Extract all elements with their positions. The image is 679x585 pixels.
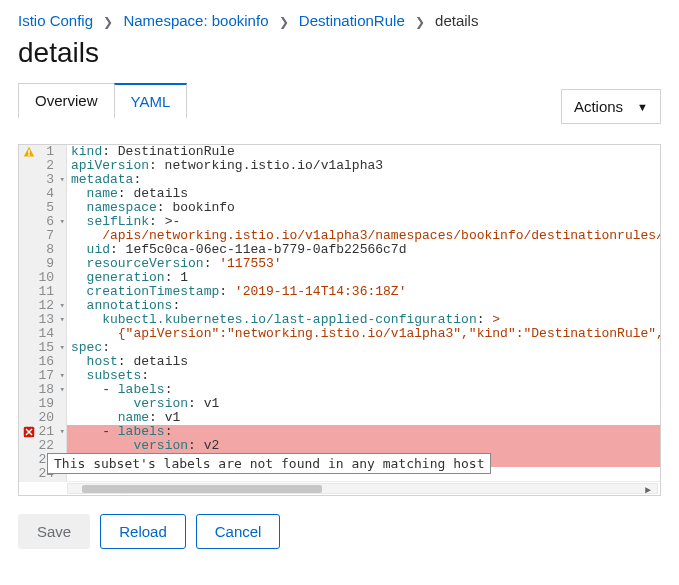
gutter-line: 13▾ xyxy=(19,313,66,327)
gutter-line: 8 xyxy=(19,243,66,257)
code-line[interactable]: uid: 1ef5c0ca-06ec-11ea-b779-0afb22566c7… xyxy=(67,243,660,257)
fold-toggle-icon[interactable]: ▾ xyxy=(60,425,65,439)
editor-code[interactable]: kind: DestinationRuleapiVersion: network… xyxy=(67,145,660,481)
breadcrumb-link-namespace[interactable]: Namespace: bookinfo xyxy=(123,12,268,29)
gutter-line: 22 xyxy=(19,439,66,453)
gutter-line: 12▾ xyxy=(19,299,66,313)
code-line[interactable]: host: details xyxy=(67,355,660,369)
button-row: Save Reload Cancel xyxy=(18,514,661,549)
code-line[interactable]: apiVersion: networking.istio.io/v1alpha3 xyxy=(67,159,660,173)
breadcrumb-current: details xyxy=(435,12,478,29)
code-line[interactable]: subsets: xyxy=(67,369,660,383)
save-button: Save xyxy=(18,514,90,549)
code-line[interactable]: metadata: xyxy=(67,173,660,187)
validation-tooltip: This subset's labels are not found in an… xyxy=(47,453,491,474)
cancel-button[interactable]: Cancel xyxy=(196,514,281,549)
gutter-line: 5 xyxy=(19,201,66,215)
code-line[interactable]: spec: xyxy=(67,341,660,355)
warning-icon xyxy=(23,146,35,158)
editor-gutter: 123▾456▾789101112▾13▾1415▾1617▾18▾192021… xyxy=(19,145,67,481)
fold-toggle-icon[interactable]: ▾ xyxy=(60,215,65,229)
tab-overview[interactable]: Overview xyxy=(18,83,115,118)
code-line[interactable]: name: details xyxy=(67,187,660,201)
code-line[interactable]: - labels: xyxy=(67,425,660,439)
gutter-line: 18▾ xyxy=(19,383,66,397)
gutter-line: 9 xyxy=(19,257,66,271)
tabs: Overview YAML xyxy=(18,83,186,118)
error-icon xyxy=(23,426,35,438)
code-line[interactable]: - labels: xyxy=(67,383,660,397)
editor-horizontal-scrollbar[interactable]: ◄ ► xyxy=(19,481,660,495)
breadcrumb-link-destinationrule[interactable]: DestinationRule xyxy=(299,12,405,29)
gutter-line: 4 xyxy=(19,187,66,201)
scrollbar-thumb[interactable] xyxy=(82,485,322,493)
actions-dropdown-label: Actions xyxy=(574,98,623,115)
caret-down-icon: ▼ xyxy=(637,101,648,113)
code-line[interactable]: kubectl.kubernetes.io/last-applied-confi… xyxy=(67,313,660,327)
fold-toggle-icon[interactable]: ▾ xyxy=(60,299,65,313)
fold-toggle-icon[interactable]: ▾ xyxy=(60,383,65,397)
gutter-line: 21▾ xyxy=(19,425,66,439)
gutter-line: 6▾ xyxy=(19,215,66,229)
code-line[interactable]: generation: 1 xyxy=(67,271,660,285)
gutter-line: 14 xyxy=(19,327,66,341)
code-line[interactable]: creationTimestamp: '2019-11-14T14:36:18Z… xyxy=(67,285,660,299)
gutter-line: 1 xyxy=(19,145,66,159)
fold-toggle-icon[interactable]: ▾ xyxy=(60,341,65,355)
breadcrumb-link-istio-config[interactable]: Istio Config xyxy=(18,12,93,29)
fold-toggle-icon[interactable]: ▾ xyxy=(60,313,65,327)
tab-yaml[interactable]: YAML xyxy=(114,83,188,118)
chevron-right-icon: ❯ xyxy=(103,15,113,29)
code-line[interactable]: kind: DestinationRule xyxy=(67,145,660,159)
code-line[interactable]: annotations: xyxy=(67,299,660,313)
fold-toggle-icon[interactable]: ▾ xyxy=(60,369,65,383)
chevron-right-icon: ❯ xyxy=(415,15,425,29)
code-line[interactable]: resourceVersion: '117553' xyxy=(67,257,660,271)
gutter-line: 17▾ xyxy=(19,369,66,383)
chevron-right-icon: ❯ xyxy=(279,15,289,29)
code-line[interactable]: version: v2 xyxy=(67,439,660,453)
fold-toggle-icon[interactable]: ▾ xyxy=(60,173,65,187)
actions-dropdown[interactable]: Actions ▼ xyxy=(561,89,661,124)
code-line[interactable]: selfLink: >- xyxy=(67,215,660,229)
scroll-right-icon[interactable]: ► xyxy=(642,484,654,496)
reload-button[interactable]: Reload xyxy=(100,514,186,549)
code-line[interactable]: namespace: bookinfo xyxy=(67,201,660,215)
gutter-line: 20 xyxy=(19,411,66,425)
gutter-line: 3▾ xyxy=(19,173,66,187)
gutter-line: 2 xyxy=(19,159,66,173)
gutter-line: 16 xyxy=(19,355,66,369)
gutter-line: 11 xyxy=(19,285,66,299)
svg-rect-1 xyxy=(28,150,30,154)
page-title: details xyxy=(18,37,661,69)
code-line[interactable]: {"apiVersion":"networking.istio.io/v1alp… xyxy=(67,327,660,341)
code-line[interactable]: version: v1 xyxy=(67,397,660,411)
gutter-line: 19 xyxy=(19,397,66,411)
code-line[interactable]: name: v1 xyxy=(67,411,660,425)
svg-rect-2 xyxy=(28,154,30,156)
breadcrumb: Istio Config ❯ Namespace: bookinfo ❯ Des… xyxy=(18,12,661,29)
yaml-editor[interactable]: 123▾456▾789101112▾13▾1415▾1617▾18▾192021… xyxy=(18,144,661,496)
gutter-line: 15▾ xyxy=(19,341,66,355)
gutter-line: 7 xyxy=(19,229,66,243)
code-line[interactable]: /apis/networking.istio.io/v1alpha3/names… xyxy=(67,229,660,243)
gutter-line: 10 xyxy=(19,271,66,285)
